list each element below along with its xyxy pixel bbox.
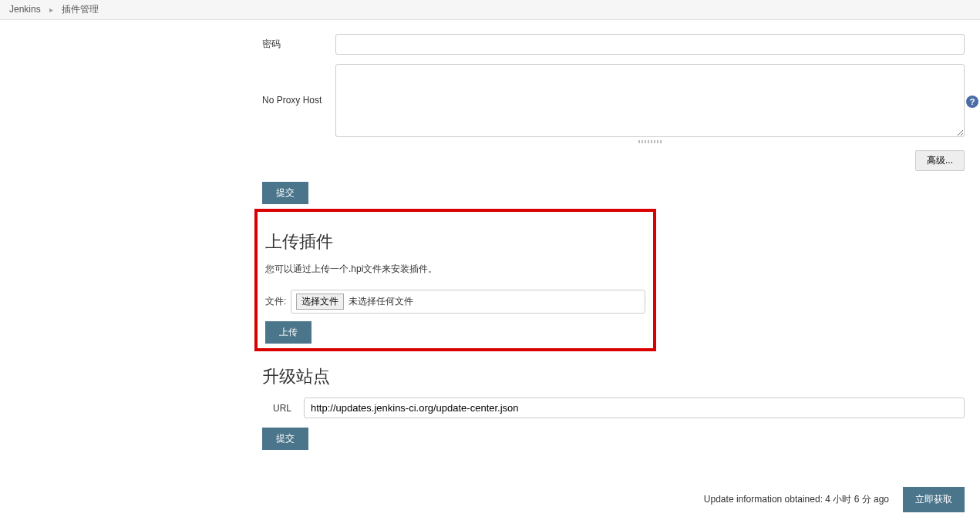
update-info-text: Update information obtained: 4 小时 6 分 ag…: [704, 493, 889, 506]
advanced-button[interactable]: 高级...: [915, 150, 965, 171]
url-row: URL: [273, 398, 965, 418]
choose-file-button[interactable]: 选择文件: [296, 294, 344, 310]
no-proxy-label: No Proxy Host: [262, 64, 335, 106]
password-label: 密码: [262, 38, 335, 51]
file-row: 文件: 选择文件 未选择任何文件: [265, 290, 645, 314]
breadcrumb-root[interactable]: Jenkins: [9, 4, 41, 15]
password-row: 密码: [262, 34, 965, 55]
file-input-wrap[interactable]: 选择文件 未选择任何文件: [291, 290, 645, 314]
upload-heading: 上传插件: [265, 230, 645, 253]
breadcrumb: Jenkins ▸ 插件管理: [0, 0, 980, 20]
update-info-row: Update information obtained: 4 小时 6 分 ag…: [0, 481, 980, 518]
help-icon[interactable]: ?: [966, 96, 978, 108]
upload-button[interactable]: 上传: [265, 321, 312, 344]
update-site-heading: 升级站点: [262, 365, 965, 388]
url-label: URL: [273, 403, 304, 414]
breadcrumb-current[interactable]: 插件管理: [62, 4, 99, 15]
no-proxy-row: No Proxy Host ?: [262, 64, 965, 139]
url-input[interactable]: [304, 398, 965, 418]
no-proxy-textarea[interactable]: [335, 64, 965, 137]
upload-hint: 您可以通过上传一个.hpi文件来安装插件。: [265, 263, 645, 276]
no-file-text: 未选择任何文件: [349, 295, 413, 308]
file-label: 文件:: [265, 295, 286, 308]
password-input[interactable]: [335, 34, 965, 55]
resize-handle-icon[interactable]: [638, 140, 662, 143]
proxy-submit-button[interactable]: 提交: [262, 182, 308, 204]
update-site-submit-button[interactable]: 提交: [262, 428, 308, 450]
upload-section-highlight: 上传插件 您可以通过上传一个.hpi文件来安装插件。 文件: 选择文件 未选择任…: [254, 209, 656, 351]
get-now-button[interactable]: 立即获取: [903, 487, 965, 512]
breadcrumb-separator: ▸: [49, 5, 53, 14]
